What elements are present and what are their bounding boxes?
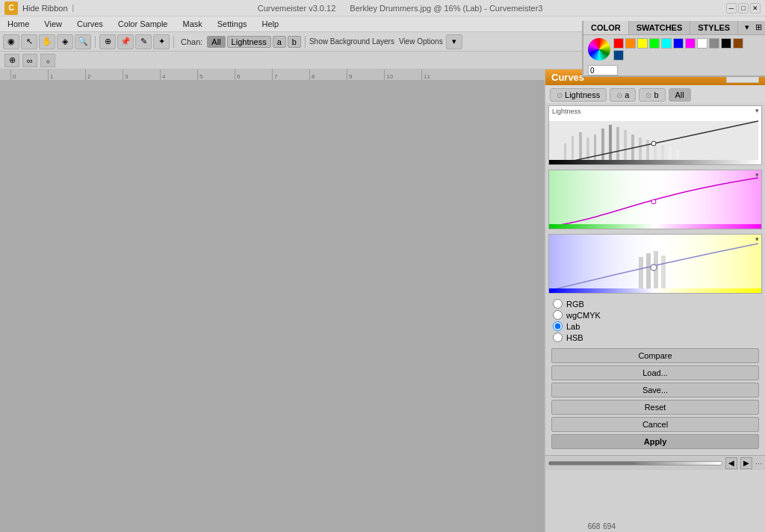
color-swatches-grid [613, 38, 748, 61]
styles-tab[interactable]: STYLES [690, 21, 738, 34]
swatch-blue[interactable] [673, 38, 684, 49]
ruler-8: 8 [309, 69, 347, 80]
color-r-input[interactable] [588, 65, 618, 75]
color-wheel[interactable] [588, 38, 610, 61]
cm-ch-a[interactable]: a [273, 42, 286, 48]
svg-point-43 [651, 265, 657, 270]
wgcmyk-radio-row: wgCMYK [553, 310, 758, 320]
svg-point-37 [651, 200, 656, 204]
cursor-x: 668 [588, 522, 601, 531]
b-expand-icon[interactable]: ▾ [752, 235, 761, 244]
cm-tool-dropdown[interactable]: ▾ [446, 42, 462, 49]
ruler-horizontal: 0 1 2 3 4 5 6 7 8 9 10 1 [89, 69, 545, 80]
wgcmyk-radio[interactable] [553, 310, 563, 320]
slider-track[interactable] [548, 461, 722, 466]
slider-left-arrow[interactable]: ◀ [725, 457, 737, 469]
swatch-brown[interactable] [733, 38, 743, 49]
svg-rect-23 [601, 129, 604, 164]
ruler-7: 7 [272, 69, 309, 80]
color-input-row [583, 64, 765, 77]
lightness-curve-box[interactable]: Lightness [548, 105, 762, 165]
lightness-gradient-bar [549, 160, 761, 164]
slider-more-btn[interactable]: ··· [755, 459, 762, 468]
swatches-tab[interactable]: SWATCHES [629, 21, 691, 34]
color-model-group: RGB wgCMYK Lab [545, 296, 765, 345]
cm-curves-panel: Curves ⊞ ✎ ▾ ⊙ Lightness [545, 69, 765, 519]
cm-ch-b[interactable]: b [288, 42, 301, 48]
channel-tabs-row: ⊙ Lightness ⊙ a ⊙ b [545, 85, 765, 103]
a-curve-box[interactable]: ▾ [548, 170, 762, 229]
color-panel-menu[interactable]: ▾ [742, 21, 752, 34]
cancel-btn[interactable]: Cancel [551, 417, 759, 432]
svg-rect-39 [639, 257, 643, 293]
swatch-magenta[interactable] [685, 38, 696, 49]
a-gradient-bar [549, 224, 761, 229]
save-btn[interactable]: Save... [551, 383, 759, 398]
ch-tab-b[interactable]: ⊙ b [639, 88, 665, 102]
lab-label: Lab [566, 322, 580, 331]
swatch-orange[interactable] [625, 38, 636, 49]
svg-rect-24 [609, 125, 612, 164]
cm-ch-all[interactable]: All [207, 42, 225, 48]
swatch-cyan[interactable] [661, 38, 672, 49]
bottom-slider-row: ◀ ▶ ··· [545, 455, 765, 470]
ch-tab-all[interactable]: All [669, 88, 691, 102]
lab-radio[interactable] [553, 321, 563, 331]
curvemeister-window: C Hide Ribbon | Curvemeister v3.0.12 Ber… [89, 42, 765, 519]
lightness-expand-icon[interactable]: ▾ [752, 106, 761, 115]
compare-btn[interactable]: Compare [551, 348, 759, 363]
cm-body: 0 1 2 3 4 5 6 7 8 9 10 1 [89, 69, 765, 519]
b-gradient-bar [549, 288, 761, 293]
color-tab[interactable]: COLOR [583, 21, 629, 34]
ruler-11: 11 [421, 69, 459, 80]
swatch-gray[interactable] [709, 38, 719, 49]
apply-btn[interactable]: Apply [551, 434, 759, 449]
slider-fill [549, 462, 635, 465]
curves-title: Curves [551, 72, 584, 83]
cm-toolbar-sep2 [173, 42, 174, 48]
slider-right-arrow[interactable]: ▶ [740, 457, 752, 469]
cm-tool-pin[interactable]: 📌 [117, 42, 134, 49]
swatch-red[interactable] [613, 38, 624, 49]
reset-btn[interactable]: Reset [551, 400, 759, 415]
swatch-black[interactable] [721, 38, 731, 49]
svg-rect-40 [646, 253, 651, 293]
lab-radio-row: Lab [553, 321, 758, 331]
ruler-3: 3 [123, 69, 160, 80]
cm-tool-zoom2[interactable]: 🔍 [89, 42, 91, 49]
rgb-radio[interactable] [553, 299, 563, 309]
hsb-label: HSB [566, 333, 583, 342]
swatch-green[interactable] [649, 38, 660, 49]
curves-action-buttons: Compare Load... Save... Reset Cancel App… [545, 345, 765, 455]
cm-view-options[interactable]: View Options [399, 42, 443, 46]
ruler-5: 5 [197, 69, 235, 80]
svg-rect-42 [661, 256, 666, 293]
svg-rect-41 [654, 251, 658, 293]
cursor-y: 694 [603, 522, 616, 531]
cm-tool-target[interactable]: ⊕ [99, 42, 116, 49]
hsb-radio[interactable] [553, 332, 563, 342]
cm-tool-brush2[interactable]: ✎ [135, 42, 152, 49]
a-expand-icon[interactable]: ▾ [752, 170, 761, 179]
ruler-4: 4 [160, 69, 197, 80]
ch-tab-a[interactable]: ⊙ a [610, 88, 636, 102]
cm-tool-magic[interactable]: ✦ [153, 42, 170, 49]
load-btn[interactable]: Load... [551, 365, 759, 380]
cm-toolbar-sep3 [305, 42, 306, 48]
hsb-radio-row: HSB [553, 332, 758, 342]
swatch-navy[interactable] [613, 50, 624, 61]
cm-ch-lightness[interactable]: Lightness [227, 42, 271, 48]
ch-tab-lightness[interactable]: ⊙ Lightness [550, 88, 607, 102]
color-panel-expand[interactable]: ⊞ [752, 21, 765, 34]
main-doc-area: Berkley Drummers.jpg @ 16.7% (RGB/8) * ✕… [89, 42, 765, 519]
b-curve-box[interactable]: ▾ [548, 234, 762, 294]
swatch-yellow[interactable] [637, 38, 648, 49]
swatch-white[interactable] [697, 38, 707, 49]
color-panel-tabs: COLOR SWATCHES STYLES ▾ ⊞ [583, 21, 765, 35]
cm-show-bg-layers[interactable]: Show Background Layers [309, 42, 394, 46]
color-panel-overlay: COLOR SWATCHES STYLES ▾ ⊞ [582, 21, 765, 77]
cm-channel-group: All Lightness a b [207, 42, 301, 48]
svg-point-35 [651, 141, 656, 146]
cm-rulers: 0 1 2 3 4 5 6 7 8 9 10 1 [89, 69, 545, 80]
rgb-label: RGB [566, 300, 584, 309]
